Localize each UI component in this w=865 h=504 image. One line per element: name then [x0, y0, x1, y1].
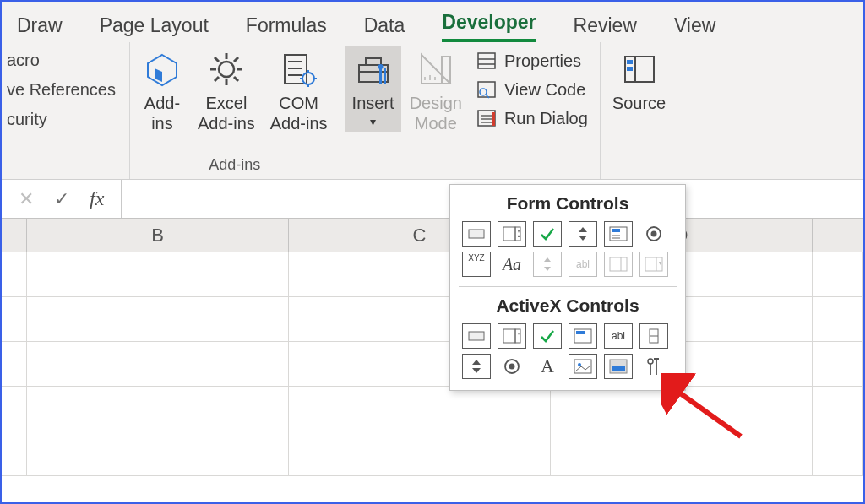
- ax-combobox-icon[interactable]: [498, 323, 526, 349]
- group-controls: Insert ▾ Design Mode Properties: [340, 42, 601, 179]
- design-mode-button[interactable]: Design Mode: [403, 46, 469, 137]
- ax-listbox-icon[interactable]: [569, 323, 597, 349]
- form-groupbox-icon[interactable]: XYZ: [462, 252, 491, 277]
- svg-marker-75: [472, 368, 481, 373]
- svg-rect-54: [612, 229, 620, 232]
- svg-rect-66: [469, 332, 484, 340]
- group-addins-label: Add-ins: [209, 156, 260, 177]
- ax-spinbutton-icon[interactable]: [462, 354, 491, 379]
- svg-rect-23: [379, 68, 382, 84]
- group-controls-label: [468, 156, 472, 177]
- form-label-icon[interactable]: Aa: [498, 252, 526, 277]
- record-macro-partial[interactable]: acro: [7, 51, 116, 70]
- insert-function-button[interactable]: fx: [90, 187, 104, 210]
- svg-point-77: [509, 364, 515, 370]
- ax-more-controls-icon[interactable]: [639, 354, 668, 379]
- svg-marker-60: [544, 267, 551, 271]
- group-xml-label: [637, 156, 641, 177]
- addins-icon: [142, 49, 182, 89]
- svg-rect-47: [503, 227, 515, 241]
- ax-togglebutton-icon[interactable]: [604, 354, 633, 379]
- svg-point-15: [302, 73, 314, 84]
- svg-rect-81: [612, 366, 625, 371]
- group-code-partial: acro ve References curity: [2, 42, 130, 179]
- formula-bar: ✕ ✓ fx: [2, 180, 863, 219]
- ax-image-icon[interactable]: [569, 354, 597, 379]
- use-relative-references-partial[interactable]: ve References: [7, 80, 116, 100]
- addins-button[interactable]: Add- ins: [135, 46, 189, 137]
- svg-point-58: [651, 231, 657, 237]
- insert-label: Insert: [352, 93, 394, 113]
- column-headers: B C D: [2, 219, 863, 252]
- ribbon-tabs: Draw Page Layout Formulas Data Developer…: [2, 2, 863, 42]
- run-dialog-button[interactable]: Run Dialog: [476, 108, 588, 128]
- view-code-button[interactable]: View Code: [476, 79, 588, 100]
- group-xml-partial: Source: [601, 42, 677, 179]
- addins-label-1: Add-: [144, 93, 180, 113]
- svg-line-7: [215, 57, 219, 62]
- form-combo-list-icon[interactable]: [604, 252, 633, 277]
- svg-rect-63: [645, 257, 662, 271]
- form-textfield-icon[interactable]: abl: [569, 252, 597, 277]
- tab-developer[interactable]: Developer: [442, 11, 536, 42]
- form-combo-dropdown-icon[interactable]: [639, 252, 668, 277]
- form-scrollbar-icon[interactable]: [533, 252, 562, 277]
- svg-rect-67: [503, 329, 515, 343]
- excel-addins-label-2: Add-ins: [198, 113, 255, 133]
- ax-label-icon[interactable]: A: [533, 354, 562, 379]
- tab-draw[interactable]: Draw: [17, 14, 63, 42]
- svg-rect-21: [366, 58, 381, 65]
- source-button[interactable]: Source: [606, 46, 672, 117]
- svg-line-8: [234, 77, 238, 81]
- svg-rect-44: [627, 60, 633, 64]
- ruler-triangle-icon: [416, 49, 456, 89]
- form-spinner-icon[interactable]: [569, 221, 597, 247]
- excel-addins-button[interactable]: Excel Add-ins: [191, 46, 262, 137]
- svg-marker-65: [659, 262, 661, 265]
- form-optionbutton-icon[interactable]: [639, 221, 668, 247]
- svg-rect-41: [492, 112, 495, 126]
- svg-rect-85: [654, 358, 659, 360]
- form-listbox-icon[interactable]: [604, 221, 633, 247]
- svg-rect-71: [576, 331, 585, 334]
- form-combobox-icon[interactable]: [498, 221, 526, 247]
- gear-icon: [206, 49, 247, 89]
- design-mode-label-1: Design: [410, 93, 462, 113]
- macro-security-partial[interactable]: curity: [7, 110, 116, 129]
- insert-control-button[interactable]: Insert ▾: [345, 46, 401, 132]
- svg-marker-1: [155, 68, 162, 82]
- ax-commandbutton-icon[interactable]: [462, 323, 491, 349]
- activex-controls-header: ActiveX Controls: [457, 294, 678, 321]
- svg-rect-61: [610, 257, 627, 271]
- source-label: Source: [612, 93, 666, 113]
- properties-label: Properties: [504, 51, 581, 71]
- cancel-formula-icon[interactable]: ✕: [19, 188, 34, 210]
- svg-point-35: [480, 89, 487, 95]
- ax-optionbutton-icon[interactable]: [498, 354, 526, 379]
- tab-review[interactable]: Review: [574, 14, 637, 42]
- tab-data[interactable]: Data: [364, 14, 405, 42]
- form-button-icon[interactable]: [462, 221, 491, 247]
- properties-button[interactable]: Properties: [476, 51, 588, 71]
- ax-checkbox-icon[interactable]: [533, 323, 562, 349]
- addins-label-2: ins: [151, 113, 173, 133]
- svg-rect-68: [515, 329, 520, 343]
- form-checkbox-icon[interactable]: [533, 221, 562, 247]
- code-options-partial: acro ve References curity: [7, 46, 124, 129]
- column-header-e-partial[interactable]: [813, 219, 863, 252]
- tab-page-layout[interactable]: Page Layout: [100, 14, 209, 42]
- com-addins-button[interactable]: COM Add-ins: [264, 46, 335, 137]
- form-controls-row-2: XYZ Aa abl: [457, 249, 678, 279]
- tab-formulas[interactable]: Formulas: [246, 14, 327, 42]
- column-header-b[interactable]: B: [27, 219, 289, 252]
- activex-controls-row-1: abl: [457, 321, 678, 351]
- tab-view[interactable]: View: [674, 14, 715, 42]
- com-addins-label-1: COM: [279, 93, 318, 113]
- enter-formula-icon[interactable]: ✓: [54, 188, 69, 210]
- ax-scrollbar-icon[interactable]: [639, 323, 668, 349]
- svg-marker-59: [544, 257, 551, 262]
- worksheet-grid[interactable]: [2, 252, 863, 476]
- excel-addins-label-1: Excel: [205, 93, 247, 113]
- ax-textbox-icon[interactable]: abl: [604, 323, 633, 349]
- column-header-a-partial[interactable]: [2, 219, 27, 252]
